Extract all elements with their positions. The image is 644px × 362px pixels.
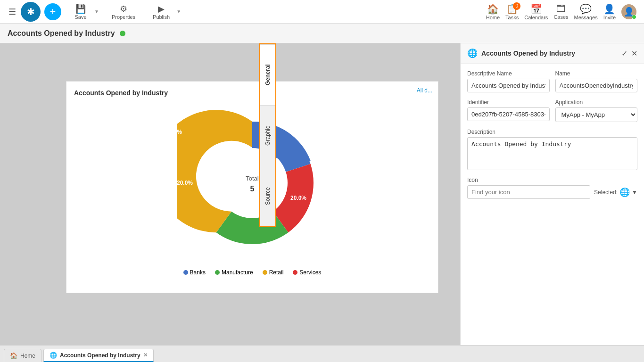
- legend-dot-retail: [263, 270, 267, 275]
- name-label: Name: [555, 70, 638, 77]
- avatar-status: [632, 15, 636, 19]
- form-row-1: Descriptive Name Name: [467, 70, 637, 92]
- legend-retail: Retail: [263, 269, 284, 276]
- description-textarea[interactable]: Accounts Opened by Industry: [467, 137, 637, 170]
- form-row-4: Icon Selected: 🌐 ▼: [467, 177, 637, 199]
- publish-tool[interactable]: ▶ Publish: [148, 2, 174, 22]
- bottom-tab-accounts[interactable]: 🌐 Accounts Opened by Industry ✕: [43, 349, 154, 362]
- messages-icon: 💬: [580, 3, 592, 15]
- panel-title: Accounts Opened by Industry: [481, 49, 575, 57]
- icon-search-input[interactable]: [467, 185, 590, 199]
- legend-label-services: Services: [299, 269, 321, 276]
- application-select[interactable]: MyApp - MyApp: [555, 107, 638, 122]
- icon-label: Icon: [467, 177, 637, 183]
- form-row-2: Identifier Application MyApp - MyApp: [467, 99, 637, 122]
- calendars-nav-item[interactable]: 📅 Calendars: [524, 3, 548, 20]
- legend-label-manufacture: Manufacture: [222, 269, 253, 276]
- chart-all-link[interactable]: All d...: [417, 87, 432, 94]
- invite-label: Invite: [603, 15, 616, 20]
- tab-source[interactable]: Source: [260, 166, 275, 226]
- bottom-tab-home[interactable]: 🏠 Home: [4, 349, 41, 362]
- donut-center: [217, 148, 287, 218]
- cases-label: Cases: [553, 14, 568, 20]
- calendars-label: Calendars: [524, 15, 548, 20]
- accounts-tab-label: Accounts Opened by Industry: [60, 352, 140, 359]
- identifier-input[interactable]: [467, 107, 550, 121]
- form-row-3: Description Accounts Opened by Industry: [467, 129, 637, 170]
- home-nav-item[interactable]: 🏠 Home: [486, 3, 500, 20]
- properties-icon: ⚙: [120, 4, 127, 14]
- accounts-tab-close[interactable]: ✕: [143, 352, 148, 358]
- icon-selected-icon: 🌐: [619, 187, 630, 197]
- icon-selector: Selected: 🌐 ▼: [467, 185, 637, 199]
- tasks-nav-item[interactable]: 📋 0 Tasks: [505, 3, 519, 20]
- form-group-icon: Icon Selected: 🌐 ▼: [467, 177, 637, 199]
- panel-chevron-btn[interactable]: ✓: [621, 49, 627, 58]
- chart-title: Accounts Opened by Industry: [74, 89, 430, 97]
- legend-label-banks: Banks: [190, 269, 206, 276]
- legend-label-retail: Retail: [269, 269, 284, 276]
- main-content: Accounts Opened by Industry All d...: [0, 43, 644, 345]
- nav-right-area: 🏠 Home 📋 0 Tasks 📅 Calendars 🗔 Cases 💬 M…: [486, 3, 640, 20]
- bottom-tab-bar: 🏠 Home 🌐 Accounts Opened by Industry ✕: [0, 345, 644, 362]
- legend-banks: Banks: [183, 269, 206, 276]
- add-button[interactable]: +: [44, 3, 61, 20]
- separator-2: [144, 4, 144, 19]
- messages-nav-item[interactable]: 💬 Messages: [574, 3, 598, 20]
- legend-dot-manufacture: [215, 270, 220, 275]
- cases-icon: 🗔: [556, 3, 566, 14]
- canvas-area[interactable]: Accounts Opened by Industry All d...: [0, 43, 460, 345]
- home-tab-label: Home: [20, 353, 35, 359]
- save-tool[interactable]: 💾 Save: [69, 2, 92, 22]
- separator-1: [103, 4, 103, 19]
- chart-container: Accounts Opened by Industry All d...: [66, 81, 438, 293]
- donut-chart-svg: Total 5 20.0% 20.0%: [177, 107, 328, 258]
- invite-nav-item[interactable]: 👤 Invite: [603, 3, 616, 20]
- tab-graphic[interactable]: Graphic: [260, 105, 275, 166]
- right-panel: 🌐 Accounts Opened by Industry ✓ ✕ Descri…: [460, 43, 644, 345]
- identifier-label: Identifier: [467, 99, 550, 106]
- panel-header-left: 🌐 Accounts Opened by Industry: [467, 48, 575, 58]
- toolbar: 💾 Save ▼ ⚙ Properties ▶ Publish ▼: [69, 2, 486, 22]
- tasks-label: Tasks: [505, 15, 519, 20]
- panel-header: 🌐 Accounts Opened by Industry ✓ ✕: [461, 43, 644, 64]
- form-group-identifier: Identifier: [467, 99, 550, 122]
- icon-selected-label: Selected:: [594, 189, 618, 196]
- form-group-description: Description Accounts Opened by Industry: [467, 129, 637, 170]
- publish-arrow[interactable]: ▼: [176, 9, 181, 14]
- tasks-badge: 0: [513, 2, 520, 10]
- tab-general[interactable]: General: [260, 44, 275, 105]
- properties-tool[interactable]: ⚙ Properties: [107, 2, 140, 22]
- form-group-descriptive-name: Descriptive Name: [467, 70, 550, 92]
- page-header: Accounts Opened by Industry: [0, 24, 644, 43]
- publish-label: Publish: [153, 14, 170, 20]
- page-title: Accounts Opened by Industry: [8, 29, 115, 38]
- home-tab-icon: 🏠: [10, 352, 17, 359]
- panel-close-btn[interactable]: ✕: [631, 49, 637, 58]
- total-label: Total: [246, 175, 259, 182]
- legend-dot-banks: [183, 270, 188, 275]
- legend-dot-services: [293, 270, 297, 275]
- side-tabs: General Graphic Source: [259, 43, 276, 227]
- publish-icon: ▶: [158, 4, 165, 14]
- hamburger-menu[interactable]: ☰: [4, 3, 21, 20]
- chart-svg-container: Total 5 20.0% 20.0% 20.0%: [74, 100, 430, 265]
- calendars-icon: 📅: [530, 3, 542, 15]
- application-label: Application: [555, 99, 638, 106]
- descriptive-name-input[interactable]: [467, 79, 550, 92]
- retail-pct: 40.0%: [87, 195, 103, 201]
- icon-dropdown-arrow[interactable]: ▼: [632, 189, 637, 196]
- descriptive-name-label: Descriptive Name: [467, 70, 550, 77]
- home-icon: 🏠: [487, 3, 499, 15]
- top-navigation: ☰ ✱ + 💾 Save ▼ ⚙ Properties ▶ Publish ▼ …: [0, 0, 644, 24]
- user-avatar-container[interactable]: 👤: [621, 4, 636, 19]
- legend-services: Services: [293, 269, 321, 276]
- icon-selected-container: Selected: 🌐 ▼: [594, 187, 637, 197]
- cases-nav-item[interactable]: 🗔 Cases: [553, 3, 568, 20]
- description-label: Description: [467, 129, 637, 135]
- form-group-application: Application MyApp - MyApp: [555, 99, 638, 122]
- name-input[interactable]: [555, 79, 638, 92]
- messages-label: Messages: [574, 15, 598, 20]
- save-arrow[interactable]: ▼: [94, 9, 99, 14]
- chart-legend: Banks Manufacture Retail Services: [74, 269, 430, 276]
